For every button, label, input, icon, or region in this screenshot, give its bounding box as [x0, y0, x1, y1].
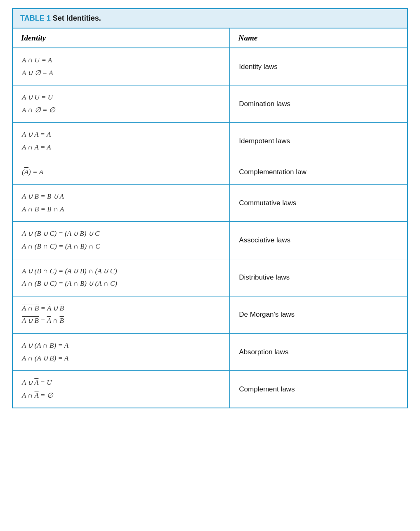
distributive-laws-formula: A ∪ (B ∩ C) = (A ∪ B) ∩ (A ∪ C) A ∩ (B ∪… — [13, 259, 230, 296]
idempotent-laws-formula: A ∪ A = A A ∩ A = A — [13, 123, 230, 160]
set-identities-table: TABLE 1 Set Identities. Identity Name A … — [12, 8, 408, 408]
complementation-law-formula: (A) = A — [13, 160, 230, 185]
table-grid: Identity Name A ∩ U = A A ∪ ∅ = A Identi… — [13, 28, 407, 408]
associative-laws-formula: A ∪ (B ∪ C) = (A ∪ B) ∪ C A ∩ (B ∩ C) = … — [13, 222, 230, 259]
table-row: A ∪ U = U A ∩ ∅ = ∅ Domination laws — [13, 85, 407, 123]
table-row: A ∪ B = B ∪ A A ∩ B = B ∩ A Commutative … — [13, 185, 407, 222]
table-row: A ∩ U = A A ∪ ∅ = A Identity laws — [13, 48, 407, 85]
table-title-text: Set Identities. — [51, 14, 101, 22]
complement-laws-name: Complement laws — [230, 371, 407, 408]
table-row: A ∪ (A ∩ B) = A A ∩ (A ∪ B) = A Absorpti… — [13, 333, 407, 370]
table-title: TABLE 1 Set Identities. — [13, 9, 407, 28]
complement-laws-formula: A ∪ A = U A ∩ A = ∅ — [13, 371, 230, 408]
col-identity-header: Identity — [13, 28, 230, 48]
table-row: A ∪ (B ∪ C) = (A ∪ B) ∪ C A ∩ (B ∩ C) = … — [13, 222, 407, 259]
table-number: TABLE 1 — [20, 14, 51, 22]
domination-laws-formula: A ∪ U = U A ∩ ∅ = ∅ — [13, 85, 230, 123]
table-row: A ∪ A = U A ∩ A = ∅ Complement laws — [13, 371, 407, 408]
demorgan-laws-name: De Morgan’s laws — [230, 296, 407, 333]
table-row: A ∩ B = A ∪ B A ∪ B = A ∩ B De Morgan’s … — [13, 296, 407, 333]
associative-laws-name: Associative laws — [230, 222, 407, 259]
identity-laws-formula: A ∩ U = A A ∪ ∅ = A — [13, 48, 230, 85]
table-row: A ∪ (B ∩ C) = (A ∪ B) ∩ (A ∪ C) A ∩ (B ∪… — [13, 259, 407, 296]
commutative-laws-formula: A ∪ B = B ∪ A A ∩ B = B ∩ A — [13, 185, 230, 222]
absorption-laws-formula: A ∪ (A ∩ B) = A A ∩ (A ∪ B) = A — [13, 333, 230, 370]
domination-laws-name: Domination laws — [230, 85, 407, 123]
table-row: A ∪ A = A A ∩ A = A Idempotent laws — [13, 123, 407, 160]
identity-laws-name: Identity laws — [230, 48, 407, 85]
absorption-laws-name: Absorption laws — [230, 333, 407, 370]
commutative-laws-name: Commutative laws — [230, 185, 407, 222]
idempotent-laws-name: Idempotent laws — [230, 123, 407, 160]
demorgan-laws-formula: A ∩ B = A ∪ B A ∪ B = A ∩ B — [13, 296, 230, 333]
table-row: (A) = A Complementation law — [13, 160, 407, 185]
table-header-row: Identity Name — [13, 28, 407, 48]
distributive-laws-name: Distributive laws — [230, 259, 407, 296]
col-name-header: Name — [230, 28, 407, 48]
complementation-law-name: Complementation law — [230, 160, 407, 185]
